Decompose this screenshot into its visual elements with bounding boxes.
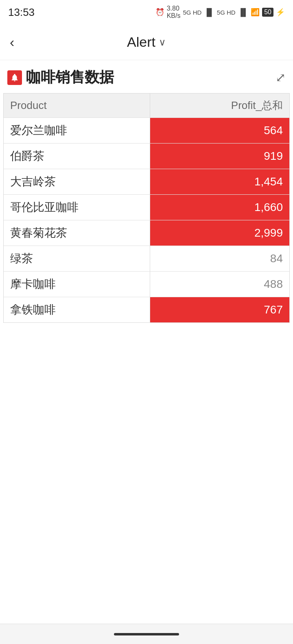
product-name: 伯爵茶 [10,148,44,164]
profit-value: 2,999 [254,226,283,239]
nav-title-wrap: Alert ∨ [127,34,166,50]
table-row: 拿铁咖啡 767 [4,297,289,322]
nav-chevron-icon[interactable]: ∨ [159,37,166,48]
profit-value: 488 [264,278,283,291]
product-cell: 爱尔兰咖啡 [4,118,150,143]
table-row: 大吉岭茶 1,454 [4,169,289,195]
home-indicator [114,633,179,635]
header-profit-label: Profit_总和 [231,98,283,113]
alert-icon [7,70,22,85]
profit-cell: 2,999 [150,220,289,246]
profit-cell: 1,454 [150,169,289,194]
table-row: 摩卡咖啡 488 [4,272,289,297]
profit-value: 919 [264,150,283,163]
header-profit-col: Profit_总和 [150,94,289,117]
table-row: 黄春菊花茶 2,999 [4,220,289,246]
bottom-bar [0,624,293,644]
product-name: 大吉岭茶 [10,174,56,189]
data-table: Product Profit_总和 爱尔兰咖啡 564 伯爵茶 919 大吉岭茶 [3,93,290,323]
product-cell: 哥伦比亚咖啡 [4,195,150,220]
alarm-icon: ⏰ [155,8,164,17]
signal-5g: 5G HD [217,9,236,16]
card-header: 咖啡销售数据 ⤢ [0,60,293,93]
table-row: 绿茶 84 [4,246,289,272]
table-row: 爱尔兰咖啡 564 [4,118,289,144]
product-name: 黄春菊花茶 [10,225,67,241]
table-row: 伯爵茶 919 [4,144,289,169]
status-bar: 13:53 ⏰ 3.80KB/s 5G HD ▐▌ 5G HD ▐▌ 📶 50 … [0,0,293,24]
signal-5g-hd: 5G HD [183,9,201,16]
status-time: 13:53 [8,6,35,19]
bell-icon [10,73,19,82]
profit-value: 767 [264,303,283,316]
header-product-col: Product [4,94,150,117]
product-cell: 拿铁咖啡 [4,297,150,322]
signal-bars-2: ▐▌ [238,8,249,17]
nav-bar: ‹ Alert ∨ [0,24,293,60]
product-name: 摩卡咖啡 [10,276,56,292]
nav-title: Alert [127,34,155,50]
profit-cell: 1,660 [150,195,289,220]
profit-cell: 84 [150,246,289,271]
content-area: 咖啡销售数据 ⤢ Product Profit_总和 爱尔兰咖啡 564 伯爵茶 [0,60,293,323]
profit-cell: 767 [150,297,289,322]
network-speed: 3.80KB/s [167,5,181,20]
back-button[interactable]: ‹ [10,34,14,50]
profit-value: 564 [264,124,283,137]
battery-level: 50 [262,8,273,17]
profit-value: 84 [270,252,283,265]
product-cell: 大吉岭茶 [4,169,150,194]
product-cell: 摩卡咖啡 [4,272,150,297]
charging-icon: ⚡ [276,8,285,17]
product-cell: 伯爵茶 [4,144,150,169]
card-title-wrap: 咖啡销售数据 [7,67,114,87]
product-name: 绿茶 [10,251,33,266]
status-icons: ⏰ 3.80KB/s 5G HD ▐▌ 5G HD ▐▌ 📶 50 ⚡ [155,5,285,20]
profit-value: 1,660 [254,201,283,214]
table-row: 哥伦比亚咖啡 1,660 [4,195,289,220]
product-name: 拿铁咖啡 [10,302,56,318]
product-name: 哥伦比亚咖啡 [10,200,79,215]
profit-cell: 488 [150,272,289,297]
table-header-row: Product Profit_总和 [4,94,289,118]
product-cell: 绿茶 [4,246,150,271]
product-cell: 黄春菊花茶 [4,220,150,246]
card-title: 咖啡销售数据 [26,67,114,87]
header-product-label: Product [10,99,47,112]
table-body: 爱尔兰咖啡 564 伯爵茶 919 大吉岭茶 1,454 哥伦比亚咖啡 [4,118,289,322]
profit-cell: 564 [150,118,289,143]
profit-cell: 919 [150,144,289,169]
product-name: 爱尔兰咖啡 [10,123,67,138]
wifi-icon: 📶 [251,8,260,17]
signal-bars-1: ▐▌ [204,8,214,17]
expand-icon[interactable]: ⤢ [276,70,286,85]
profit-value: 1,454 [254,175,283,188]
